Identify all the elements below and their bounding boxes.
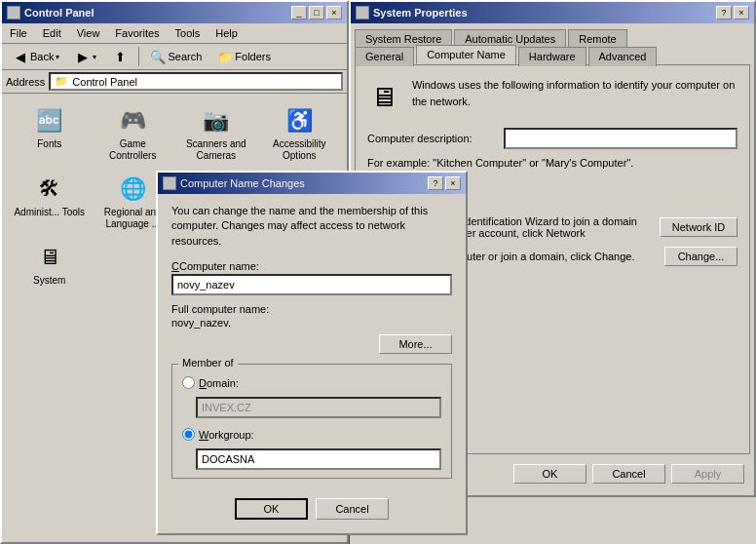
cnc-cancel-button[interactable]: Cancel — [316, 498, 389, 520]
tab-advanced[interactable]: Advanced — [588, 47, 658, 66]
workgroup-radio[interactable] — [182, 428, 195, 441]
menu-bar: File Edit View Favorites Tools Help — [2, 23, 347, 44]
cnc-help-button[interactable]: ? — [428, 176, 443, 190]
domain-label: Domain: — [199, 377, 239, 389]
member-of-group: Member of Domain: Workgroup: — [171, 364, 452, 479]
computer-name-field-label: CComputer name: — [171, 260, 452, 272]
tab-hardware[interactable]: Hardware — [518, 47, 586, 66]
workgroup-input[interactable] — [196, 448, 441, 470]
menu-edit[interactable]: Edit — [39, 25, 65, 41]
domain-radio[interactable] — [182, 376, 195, 389]
cnc-buttons: OK Cancel — [171, 490, 452, 524]
address-folder-icon: 📁 — [55, 75, 68, 88]
admin-tools-icon: 🛠 — [34, 174, 65, 205]
tab-computer-name[interactable]: Computer Name — [416, 45, 516, 64]
computer-icon: 🖥 — [367, 77, 400, 116]
control-panel-titlebar: Control Panel _ □ × — [2, 2, 347, 23]
full-computer-name-value: novy_nazev. — [171, 317, 452, 329]
computer-name-input[interactable] — [171, 274, 452, 295]
description-input[interactable] — [504, 128, 737, 149]
folders-button[interactable]: 📁 Folders — [210, 46, 278, 67]
minimize-button[interactable]: _ — [291, 6, 307, 19]
address-label: Address — [6, 76, 45, 88]
close-button-sp[interactable]: × — [734, 6, 749, 19]
game-controllers-icon: 🎮 — [117, 105, 148, 136]
change-button[interactable]: Change... — [664, 247, 737, 266]
example-text: For example: "Kitchen Computer" or "Mary… — [367, 157, 737, 169]
menu-tools[interactable]: Tools — [171, 25, 205, 41]
menu-file[interactable]: File — [6, 25, 31, 41]
tab-general[interactable]: General — [355, 47, 414, 66]
forward-button[interactable]: ▶ ▾ — [68, 46, 103, 67]
more-btn-area: More... — [171, 334, 452, 354]
folders-label: Folders — [235, 51, 271, 62]
cp-item-game-controllers[interactable]: 🎮 Game Controllers — [94, 101, 173, 166]
menu-favorites[interactable]: Favorites — [111, 25, 163, 41]
cnc-title-label: Computer Name Changes — [180, 177, 305, 189]
help-button[interactable]: ? — [716, 6, 732, 19]
fonts-label: Fonts — [37, 138, 61, 150]
apply-button-sp[interactable]: Apply — [671, 464, 744, 484]
description-row: Computer description: — [367, 128, 737, 149]
toolbar: ◀ Back ▾ ▶ ▾ ⬆ 🔍 Search 📁 Folders — [2, 44, 347, 70]
regional-icon: 🌐 — [117, 174, 148, 205]
system-props-title-area: System Properties — [356, 6, 468, 19]
back-dropdown-icon[interactable]: ▾ — [56, 53, 59, 61]
domain-input[interactable] — [196, 397, 441, 418]
control-panel-title-buttons: _ □ × — [291, 6, 342, 19]
forward-dropdown-icon[interactable]: ▾ — [93, 53, 96, 61]
domain-radio-row: Domain: — [182, 376, 441, 389]
address-bar: Address 📁 Control Panel — [2, 70, 347, 94]
control-panel-title: Control Panel — [24, 7, 94, 19]
system-props-titlebar: System Properties ? × — [351, 2, 754, 23]
menu-help[interactable]: Help — [211, 25, 242, 41]
search-button[interactable]: 🔍 Search — [143, 46, 208, 67]
network-id-button[interactable]: Network ID — [660, 217, 737, 237]
description-label: Computer description: — [367, 133, 504, 144]
tab-remote[interactable]: Remote — [568, 29, 627, 48]
member-of-legend: Member of — [178, 357, 238, 369]
fonts-icon: 🔤 — [34, 105, 65, 136]
workgroup-label-radio: Workgroup: — [199, 429, 254, 441]
system-label: System — [33, 275, 65, 287]
cp-item-accessibility[interactable]: ♿ Accessibility Options — [260, 101, 340, 166]
cp-item-system[interactable]: 🖥 System — [10, 238, 90, 291]
close-button[interactable]: × — [326, 6, 342, 19]
menu-view[interactable]: View — [73, 25, 104, 41]
scanners-icon: 📷 — [201, 105, 232, 136]
info-section: 🖥 Windows uses the following information… — [367, 77, 737, 116]
folders-icon: 📁 — [217, 49, 233, 64]
accessibility-icon: ♿ — [284, 105, 315, 136]
cnc-ok-button[interactable]: OK — [235, 498, 308, 520]
address-value: Control Panel — [72, 76, 137, 88]
back-button[interactable]: ◀ Back ▾ — [6, 46, 66, 67]
cp-item-fonts[interactable]: 🔤 Fonts — [10, 101, 90, 166]
cnc-title-area: Computer Name Changes — [163, 176, 305, 190]
cancel-button-sp[interactable]: Cancel — [592, 464, 665, 484]
cnc-titlebar: Computer Name Changes ? × — [158, 173, 466, 194]
cnc-body: You can change the name and the membersh… — [158, 194, 466, 533]
admin-tools-label: Administ... Tools — [14, 207, 85, 218]
up-icon: ⬆ — [112, 49, 128, 64]
control-panel-icon — [7, 6, 20, 19]
cp-item-admin-tools[interactable]: 🛠 Administ... Tools — [10, 170, 90, 234]
scanners-label: Scanners and Cameras — [180, 138, 252, 162]
maximize-button[interactable]: □ — [309, 6, 324, 19]
back-icon: ◀ — [13, 49, 28, 64]
cnc-title-buttons: ? × — [428, 176, 461, 190]
search-label: Search — [168, 51, 202, 62]
cp-item-scanners[interactable]: 📷 Scanners and Cameras — [176, 101, 256, 166]
accessibility-label: Accessibility Options — [264, 138, 336, 162]
full-computer-name-label: Full computer name: — [171, 303, 452, 315]
system-icon: 🖥 — [34, 242, 65, 273]
toolbar-separator-1 — [138, 47, 139, 66]
up-button[interactable]: ⬆ — [105, 46, 134, 67]
system-props-icon — [356, 6, 369, 19]
more-button[interactable]: More... — [379, 334, 452, 354]
workgroup-radio-row: Workgroup: — [182, 428, 441, 441]
control-panel-title-area: Control Panel — [7, 6, 94, 19]
cnc-close-button[interactable]: × — [445, 176, 461, 190]
tab-row-2: General Computer Name Hardware Advanced — [351, 45, 754, 64]
address-field[interactable]: 📁 Control Panel — [49, 72, 343, 91]
ok-button-sp[interactable]: OK — [513, 464, 586, 484]
